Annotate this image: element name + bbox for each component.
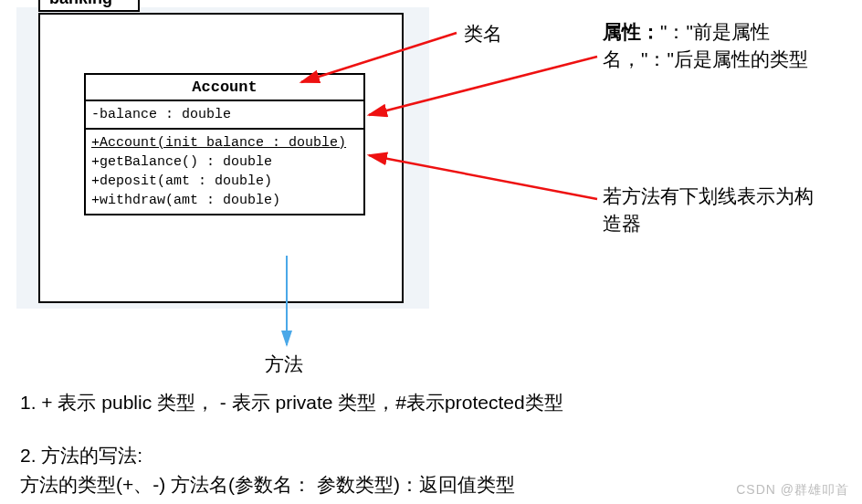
watermark-text: CSDN @群雄叩首	[736, 482, 849, 499]
class-method: +withdraw(amt : double)	[91, 191, 358, 210]
package-box: banking Account -balance : double +Accou…	[38, 13, 404, 303]
annotation-method: 方法	[265, 351, 303, 378]
annotation-attribute-bold: 属性：	[603, 21, 660, 42]
class-method: +getBalance() : double	[91, 152, 358, 172]
class-methods-section: +Account(init_balance : double) +getBala…	[86, 130, 363, 214]
package-name-label: banking	[38, 0, 140, 12]
class-name: Account	[86, 75, 363, 101]
explain-line-2: 2. 方法的写法:	[20, 442, 142, 468]
annotation-classname: 类名	[464, 20, 502, 47]
class-method-constructor: +Account(init_balance : double)	[91, 133, 358, 152]
annotation-constructor: 若方法有下划线表示为构造器	[603, 183, 831, 238]
class-attribute: -balance : double	[91, 105, 358, 124]
class-method: +deposit(amt : double)	[91, 172, 358, 191]
explain-line-1: 1. + 表示 public 类型， - 表示 private 类型，#表示pr…	[20, 389, 563, 415]
class-box: Account -balance : double +Account(init_…	[84, 73, 365, 215]
annotation-attribute: 属性："："前是属性名，"："后是属性的类型	[603, 18, 831, 74]
class-attributes-section: -balance : double	[86, 101, 363, 130]
uml-diagram-area: banking Account -balance : double +Accou…	[16, 7, 429, 309]
explain-line-3: 方法的类型(+、-) 方法名(参数名： 参数类型)：返回值类型	[20, 471, 515, 498]
